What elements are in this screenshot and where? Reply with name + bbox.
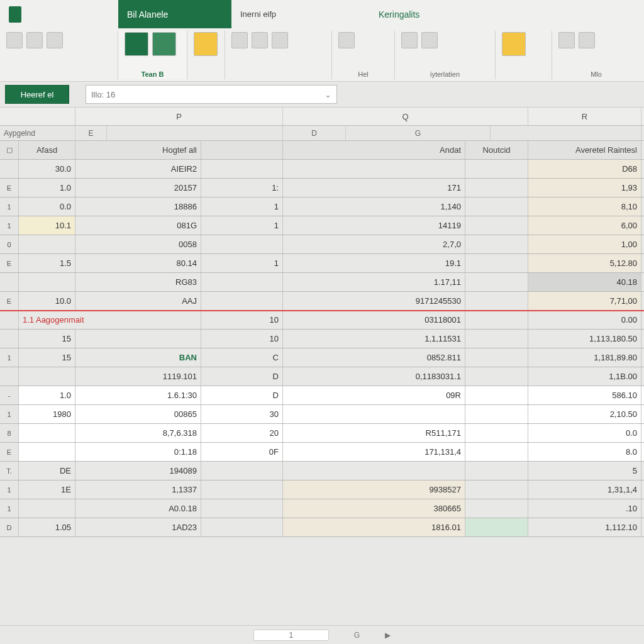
cell-c[interactable]: 0F bbox=[201, 443, 283, 461]
cell-f[interactable]: D68 bbox=[528, 160, 641, 178]
cell-f[interactable]: 1,181,89.80 bbox=[528, 348, 641, 367]
row-number[interactable]: E bbox=[0, 292, 19, 310]
chart-icon[interactable] bbox=[502, 32, 526, 56]
row-number[interactable]: E bbox=[0, 254, 19, 272]
more1-icon[interactable] bbox=[558, 32, 575, 48]
row-number[interactable]: 1 bbox=[0, 216, 19, 235]
cell-f[interactable]: 7,71,00 bbox=[528, 292, 641, 310]
cell-f[interactable]: 8,10 bbox=[528, 197, 641, 216]
cell-e[interactable] bbox=[465, 348, 528, 367]
cell-c[interactable]: 1 bbox=[201, 254, 283, 272]
hdr-col-b[interactable]: Hogtef all bbox=[75, 141, 201, 159]
cell-e[interactable] bbox=[465, 311, 528, 329]
cell-d[interactable] bbox=[283, 160, 465, 178]
tab-analyze[interactable]: Bil Alanele bbox=[118, 0, 231, 28]
highlight-icon[interactable] bbox=[194, 32, 218, 56]
cell-d[interactable] bbox=[283, 462, 465, 480]
cell-d[interactable] bbox=[283, 405, 465, 423]
cell-f[interactable]: 5 bbox=[528, 462, 641, 480]
cell-a[interactable] bbox=[19, 235, 75, 253]
cell-f[interactable]: 1,112.10 bbox=[528, 518, 641, 536]
row-number[interactable] bbox=[0, 330, 19, 348]
cell-d[interactable]: 1.17,11 bbox=[283, 273, 465, 291]
subcol-d[interactable]: D bbox=[283, 126, 346, 140]
row-number[interactable]: - bbox=[0, 386, 19, 404]
cell-e[interactable] bbox=[465, 462, 528, 480]
cell-f[interactable]: 1,00 bbox=[528, 235, 641, 253]
cell-f[interactable]: 1,93 bbox=[528, 179, 641, 197]
cell-e[interactable] bbox=[465, 405, 528, 423]
cell-a[interactable]: DE bbox=[19, 462, 75, 480]
formula-bar[interactable]: Illo: 16 ⌄ bbox=[86, 85, 337, 104]
cell-f[interactable]: 2,10.50 bbox=[528, 405, 641, 423]
app-menu-tab[interactable] bbox=[0, 0, 30, 28]
cell-f[interactable]: 1,113,180.50 bbox=[528, 330, 641, 348]
subcol-c[interactable] bbox=[107, 126, 283, 140]
cell-b[interactable]: 00865 bbox=[75, 405, 201, 423]
cell-c[interactable]: 20 bbox=[201, 424, 283, 442]
cell-a[interactable]: 10.0 bbox=[19, 292, 75, 310]
row-number[interactable]: E bbox=[0, 443, 19, 461]
copy-icon[interactable] bbox=[47, 32, 63, 48]
cell-e[interactable] bbox=[465, 254, 528, 272]
cell-a[interactable]: 30.0 bbox=[19, 160, 75, 178]
row-number[interactable]: 0 bbox=[0, 235, 19, 253]
cell-b[interactable]: AIEIR2 bbox=[75, 160, 201, 178]
subcol-e[interactable]: G bbox=[346, 126, 491, 140]
cell-b[interactable]: 1.6.1:30 bbox=[75, 386, 201, 404]
cell-e[interactable] bbox=[465, 197, 528, 216]
paste-icon[interactable] bbox=[6, 32, 23, 48]
cell-e[interactable] bbox=[465, 160, 528, 178]
cell-a[interactable] bbox=[19, 499, 75, 518]
cell-f[interactable]: .10 bbox=[528, 499, 641, 518]
scroll-right-arrow[interactable]: ▶ bbox=[385, 631, 391, 640]
cell-d[interactable]: 380665 bbox=[283, 499, 465, 518]
hdr-col-a[interactable]: Afasd bbox=[19, 141, 75, 159]
cell-e[interactable] bbox=[465, 499, 528, 518]
cell-c[interactable] bbox=[201, 235, 283, 253]
row-number[interactable]: 1 bbox=[0, 480, 19, 499]
cell-f[interactable]: 1,1B.00 bbox=[528, 367, 641, 386]
table-icon[interactable] bbox=[125, 32, 148, 56]
filter-icon[interactable] bbox=[421, 32, 438, 48]
cell-b[interactable]: 081G bbox=[75, 216, 201, 235]
cell-f[interactable]: 6,00 bbox=[528, 216, 641, 235]
italic-icon[interactable] bbox=[252, 32, 268, 48]
cell-d[interactable]: 0,1183031.1 bbox=[283, 367, 465, 386]
cell-c[interactable] bbox=[201, 160, 283, 178]
cell-b[interactable]: A0.0.18 bbox=[75, 499, 201, 518]
row-number[interactable]: 1 bbox=[0, 405, 19, 423]
cell-a[interactable] bbox=[19, 424, 75, 442]
hdr-rowhead[interactable]: ▢ bbox=[0, 141, 19, 159]
cell-a[interactable]: 1.0 bbox=[19, 386, 75, 404]
cell-a[interactable]: 1.0 bbox=[19, 179, 75, 197]
row-number[interactable] bbox=[0, 273, 19, 291]
col-letter-q[interactable]: Q bbox=[283, 108, 528, 125]
chevron-down-icon[interactable]: ⌄ bbox=[325, 90, 331, 99]
cell-b[interactable]: 194089 bbox=[75, 462, 201, 480]
name-box[interactable]: Heeref el bbox=[5, 85, 69, 104]
cell-b[interactable]: RG83 bbox=[75, 273, 201, 291]
row-number[interactable]: E bbox=[0, 179, 19, 197]
cell-a[interactable]: 1.5 bbox=[19, 254, 75, 272]
cell-b[interactable]: 1119.101 bbox=[75, 367, 201, 386]
cell-e[interactable] bbox=[465, 179, 528, 197]
cell-a[interactable]: 15 bbox=[19, 348, 75, 367]
cell-c[interactable]: 10 bbox=[201, 311, 283, 329]
cell-e[interactable] bbox=[465, 235, 528, 253]
cell-d[interactable]: 1,140 bbox=[283, 197, 465, 216]
cell-f[interactable]: 1,31,1,4 bbox=[528, 480, 641, 499]
cell-c[interactable] bbox=[201, 480, 283, 499]
cell-f[interactable]: 0.00 bbox=[528, 311, 641, 329]
hdr-col-e[interactable]: Noutcid bbox=[465, 141, 528, 159]
tab-insert[interactable]: Inerni eifp bbox=[231, 0, 370, 28]
cell-b[interactable]: 80.14 bbox=[75, 254, 201, 272]
cell-d[interactable]: R511,171 bbox=[283, 424, 465, 442]
cell-c[interactable] bbox=[201, 292, 283, 310]
cell-a[interactable]: 1E bbox=[19, 480, 75, 499]
cell-a[interactable] bbox=[19, 443, 75, 461]
cell-d[interactable]: 09R bbox=[283, 386, 465, 404]
row-number[interactable]: T. bbox=[0, 462, 19, 480]
cell-c[interactable]: D bbox=[201, 386, 283, 404]
cell-d[interactable]: 03118001 bbox=[283, 311, 465, 329]
